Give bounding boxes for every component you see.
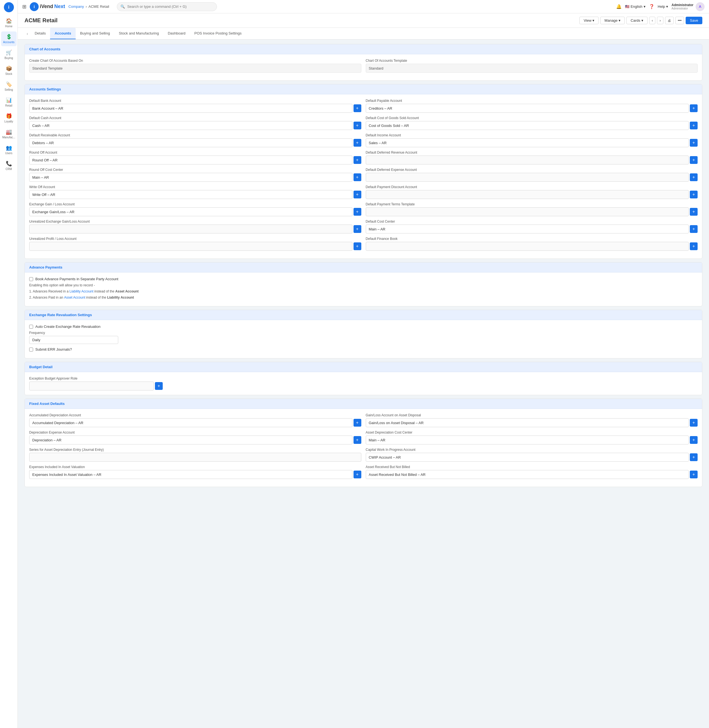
payment-discount-add-btn[interactable]: + bbox=[690, 191, 697, 199]
sidebar-item-home[interactable]: 🏠 Home bbox=[1, 16, 17, 30]
default-income-input[interactable] bbox=[366, 138, 689, 147]
frequency-select[interactable]: Daily bbox=[29, 336, 118, 344]
dep-expense-add-btn[interactable]: + bbox=[353, 436, 361, 444]
sidebar-item-stock[interactable]: 📦 Stock bbox=[1, 63, 17, 78]
breadcrumb-current: ACME Retail bbox=[89, 4, 109, 9]
round-off-label: Round Off Account bbox=[29, 151, 361, 155]
write-off-input[interactable] bbox=[29, 190, 352, 199]
default-payable-input[interactable] bbox=[366, 104, 689, 113]
default-receivable-input[interactable] bbox=[29, 138, 352, 147]
exchange-gain-loss-input[interactable] bbox=[29, 207, 352, 216]
default-cash-input[interactable] bbox=[29, 121, 352, 130]
series-asset-input[interactable] bbox=[29, 453, 361, 462]
cwip-add-btn[interactable]: + bbox=[690, 453, 697, 461]
sidebar-item-buying[interactable]: 🛒 Buying bbox=[1, 47, 17, 62]
default-income-add-btn[interactable]: + bbox=[690, 139, 697, 147]
unrealized-exchange-input[interactable] bbox=[29, 225, 352, 234]
tab-accounts[interactable]: Accounts bbox=[50, 28, 75, 39]
sidebar-item-manufac[interactable]: 🏭 Manufac... bbox=[1, 127, 17, 141]
gain-loss-disposal-input[interactable] bbox=[366, 418, 689, 427]
default-payable-wrap: + bbox=[366, 104, 698, 113]
book-advance-checkbox[interactable] bbox=[29, 277, 33, 281]
sidebar-item-loyalty[interactable]: 🎁 Loyalty bbox=[1, 111, 17, 126]
payment-terms-add-btn[interactable]: + bbox=[690, 208, 697, 216]
help-icon[interactable]: ❓ bbox=[649, 4, 655, 9]
search-input[interactable] bbox=[127, 4, 213, 9]
help-button[interactable]: Help ▾ bbox=[658, 4, 668, 9]
deferred-expense-add-btn[interactable]: + bbox=[690, 173, 697, 181]
print-button[interactable]: 🖨 bbox=[665, 17, 674, 24]
default-cost-center-add-btn[interactable]: + bbox=[690, 225, 697, 233]
dep-expense-input[interactable] bbox=[29, 436, 352, 444]
asset-received-input[interactable] bbox=[366, 470, 689, 479]
default-cogs-input[interactable] bbox=[366, 121, 689, 130]
save-button[interactable]: Save bbox=[686, 17, 702, 24]
tab-details[interactable]: Details bbox=[30, 28, 50, 39]
exception-budget-input[interactable] bbox=[29, 382, 154, 390]
asset-dep-cc-add-btn[interactable]: + bbox=[690, 436, 697, 444]
prev-button[interactable]: ‹ bbox=[649, 17, 655, 24]
submit-err-checkbox[interactable] bbox=[29, 348, 33, 351]
deferred-expense-input[interactable] bbox=[366, 173, 689, 182]
deferred-revenue-add-btn[interactable]: + bbox=[690, 156, 697, 164]
default-bank-input[interactable] bbox=[29, 104, 352, 113]
tab-stock-manufacturing[interactable]: Stock and Manufacturing bbox=[114, 28, 163, 39]
sidebar-logo: i bbox=[4, 2, 14, 12]
sidebar-item-accounts[interactable]: 💲 Accounts bbox=[1, 31, 17, 46]
unrealized-profit-loss-add-btn[interactable]: + bbox=[353, 243, 361, 250]
tab-dashboard[interactable]: Dashboard bbox=[163, 28, 190, 39]
cards-button[interactable]: Cards ▾ bbox=[626, 17, 648, 24]
default-cost-center-input[interactable] bbox=[366, 225, 689, 234]
write-off-add-btn[interactable]: + bbox=[353, 191, 361, 199]
default-cogs-add-btn[interactable]: + bbox=[690, 121, 697, 129]
view-button[interactable]: View ▾ bbox=[579, 17, 598, 24]
expenses-included-add-btn[interactable]: + bbox=[353, 471, 361, 478]
sidebar-item-crm[interactable]: 📞 CRM bbox=[1, 158, 17, 173]
round-off-cc-input[interactable] bbox=[29, 173, 352, 182]
asset-received-add-btn[interactable]: + bbox=[690, 471, 697, 478]
breadcrumb-company[interactable]: Company bbox=[69, 4, 84, 9]
language-selector[interactable]: 🇺🇸 English ▾ bbox=[625, 4, 646, 9]
asset-dep-cc-input[interactable] bbox=[366, 436, 689, 444]
exception-budget-add-btn[interactable]: + bbox=[155, 382, 163, 390]
selling-icon: 🏷️ bbox=[6, 81, 12, 88]
fixed-asset-header: Fixed Asset Defaults bbox=[25, 399, 702, 409]
unrealized-exchange-add-btn[interactable]: + bbox=[353, 225, 361, 233]
sidebar-item-users[interactable]: 👥 Users bbox=[1, 142, 17, 157]
round-off-input[interactable] bbox=[29, 156, 352, 164]
exchange-gain-loss-add-btn[interactable]: + bbox=[353, 208, 361, 216]
notifications-icon[interactable]: 🔔 bbox=[616, 4, 621, 9]
sidebar-item-selling[interactable]: 🏷️ Selling bbox=[1, 79, 17, 94]
accumulated-dep-add-btn[interactable]: + bbox=[353, 419, 361, 427]
cwip-input[interactable] bbox=[366, 453, 689, 462]
auto-create-label: Auto Create Exchange Rate Revaluation bbox=[35, 325, 101, 329]
unrealized-profit-loss-input[interactable] bbox=[29, 242, 352, 251]
finance-book-add-btn[interactable]: + bbox=[690, 243, 697, 250]
tab-buying-selling[interactable]: Buying and Selling bbox=[76, 28, 115, 39]
tab-pos-invoice[interactable]: POS Invoice Posting Settings bbox=[190, 28, 246, 39]
exchange-gain-loss-label: Exchange Gain / Loss Account bbox=[29, 202, 361, 206]
tab-collapse-icon[interactable]: ‹ bbox=[25, 28, 30, 39]
gain-loss-disposal-add-btn[interactable]: + bbox=[690, 419, 697, 427]
default-receivable-add-btn[interactable]: + bbox=[353, 139, 361, 147]
round-off-add-btn[interactable]: + bbox=[353, 156, 361, 164]
accumulated-dep-input[interactable] bbox=[29, 418, 352, 427]
accounts-icon: 💲 bbox=[6, 34, 12, 40]
deferred-revenue-input[interactable] bbox=[366, 156, 689, 164]
default-payable-add-btn[interactable]: + bbox=[690, 104, 697, 112]
auto-create-checkbox[interactable] bbox=[29, 325, 33, 329]
user-avatar[interactable]: A bbox=[696, 2, 705, 11]
default-bank-add-btn[interactable]: + bbox=[353, 104, 361, 112]
payment-discount-input[interactable] bbox=[366, 190, 689, 199]
sidebar-item-retail[interactable]: 📊 Retail bbox=[1, 95, 17, 110]
finance-book-input[interactable] bbox=[366, 242, 689, 251]
advance-info-line2: 1. Advances Received in a Liability Acco… bbox=[29, 289, 697, 293]
expenses-included-input[interactable] bbox=[29, 470, 352, 479]
round-off-cc-add-btn[interactable]: + bbox=[353, 173, 361, 181]
manage-button[interactable]: Manage ▾ bbox=[600, 17, 625, 24]
next-button[interactable]: › bbox=[657, 17, 663, 24]
grid-icon[interactable]: ⊞ bbox=[22, 4, 26, 10]
payment-terms-input[interactable] bbox=[366, 207, 689, 216]
default-cash-add-btn[interactable]: + bbox=[353, 121, 361, 129]
more-button[interactable]: ••• bbox=[675, 17, 684, 24]
